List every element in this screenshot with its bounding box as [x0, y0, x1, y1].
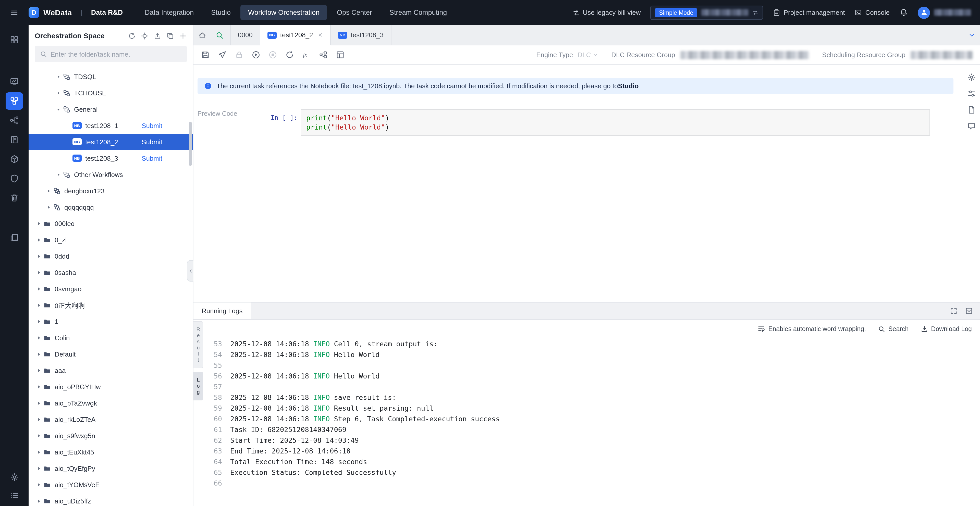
trash-icon[interactable]: [6, 189, 23, 206]
export-icon[interactable]: [154, 32, 161, 40]
notebook-icon[interactable]: [6, 131, 23, 148]
tree-item-1[interactable]: 1: [29, 313, 193, 330]
workflow-icon[interactable]: [6, 92, 23, 109]
caret-right-icon[interactable]: [35, 237, 43, 243]
tree-item-aio-s9fwxg5n[interactable]: aio_s9fwxg5n: [29, 427, 193, 444]
search-input[interactable]: [51, 50, 182, 58]
tab-list-dropdown-icon[interactable]: [963, 25, 980, 45]
user-menu[interactable]: [918, 6, 971, 19]
console-link[interactable]: Console: [855, 9, 890, 16]
home-tab-button[interactable]: [193, 25, 211, 45]
log-search-button[interactable]: Search: [878, 325, 908, 332]
doc-icon[interactable]: [967, 106, 976, 114]
log-vtab-log[interactable]: Log: [193, 372, 203, 400]
studio-link[interactable]: Studio: [618, 82, 639, 90]
caret-right-icon[interactable]: [35, 286, 43, 292]
caret-right-icon[interactable]: [35, 449, 43, 455]
caret-right-icon[interactable]: [35, 498, 43, 504]
close-tab-icon[interactable]: [318, 32, 323, 38]
message-icon[interactable]: [967, 122, 976, 130]
caret-right-icon[interactable]: [54, 90, 62, 96]
tree-item-test1208-2[interactable]: NBtest1208_2Submit: [29, 134, 193, 150]
copy-icon[interactable]: [166, 32, 174, 40]
caret-right-icon[interactable]: [35, 384, 43, 389]
nav-item-workflow-orchestration[interactable]: Workflow Orchestration: [240, 5, 327, 20]
sidebar-scrollbar[interactable]: [189, 122, 192, 166]
nav-item-stream-computing[interactable]: Stream Computing: [382, 5, 455, 20]
nav-item-studio[interactable]: Studio: [204, 5, 239, 20]
fx-icon[interactable]: fx: [300, 48, 313, 62]
dashboard-icon[interactable]: [6, 31, 23, 48]
legacy-bill-link[interactable]: Use legacy bill view: [573, 9, 641, 16]
tree-item-general[interactable]: General: [29, 101, 193, 117]
hamburger-menu-icon[interactable]: [0, 0, 29, 25]
target-icon[interactable]: [141, 32, 148, 40]
engine-type-select[interactable]: DLC: [578, 51, 598, 59]
settings-icon[interactable]: [967, 73, 976, 82]
gear-icon[interactable]: [6, 470, 22, 484]
caret-right-icon[interactable]: [35, 220, 43, 226]
tree-item-aio-ptazvwgk[interactable]: aio_pTaZvwgk: [29, 395, 193, 411]
flow-icon[interactable]: [317, 48, 330, 62]
stop-icon[interactable]: [266, 48, 279, 62]
refresh-icon[interactable]: [283, 48, 296, 62]
tree-item-aio-teuxkt45[interactable]: aio_tEuXkt45: [29, 444, 193, 460]
tree-item-default[interactable]: Default: [29, 346, 193, 362]
tree-item-dengboxu123[interactable]: dengboxu123: [29, 182, 193, 199]
submit-link[interactable]: Submit: [142, 154, 162, 162]
tree-item-aaa[interactable]: aaa: [29, 362, 193, 379]
nav-item-ops-center[interactable]: Ops Center: [329, 5, 380, 20]
tree-item-aio-rkloztea[interactable]: aio_rkLoZTeA: [29, 411, 193, 427]
caret-right-icon[interactable]: [35, 400, 43, 406]
submit-link[interactable]: Submit: [142, 138, 162, 146]
redacted-scheduling-resource-group[interactable]: [911, 51, 973, 59]
caret-right-icon[interactable]: [35, 253, 43, 259]
cube-icon[interactable]: [6, 151, 23, 168]
download-log-button[interactable]: Download Log: [921, 325, 972, 332]
tree-item-tchouse[interactable]: TCHOUSE: [29, 85, 193, 101]
caret-right-icon[interactable]: [45, 188, 52, 194]
save-icon[interactable]: [199, 48, 212, 62]
list-icon[interactable]: [6, 489, 22, 502]
caret-right-icon[interactable]: [35, 351, 43, 357]
running-logs-tab[interactable]: Running Logs: [193, 303, 251, 319]
lock-icon[interactable]: [232, 48, 245, 62]
lineage-icon[interactable]: [6, 112, 23, 129]
caret-right-icon[interactable]: [35, 465, 43, 471]
caret-right-icon[interactable]: [35, 368, 43, 373]
sidebar-collapse-handle[interactable]: [187, 260, 193, 282]
caret-right-icon[interactable]: [35, 319, 43, 324]
tree-item-0ddd[interactable]: 0ddd: [29, 248, 193, 264]
editor-tab-0000[interactable]: 0000: [231, 25, 260, 45]
tree-item-0sasha[interactable]: 0sasha: [29, 264, 193, 281]
word-wrap-toggle[interactable]: Enables automatic word wrapping.: [758, 325, 866, 333]
monitor-icon[interactable]: [6, 73, 23, 90]
send-icon[interactable]: [215, 48, 229, 62]
tab-search-button[interactable]: [211, 25, 228, 45]
tree-item-qqqqqqqq[interactable]: qqqqqqqq: [29, 199, 193, 215]
sliders-icon[interactable]: [967, 89, 976, 98]
refresh-icon[interactable]: [128, 32, 136, 40]
submit-link[interactable]: Submit: [142, 122, 162, 129]
caret-down-icon[interactable]: [54, 106, 62, 112]
shield-icon[interactable]: [6, 170, 23, 187]
tree-item-aio-opbgyihw[interactable]: aio_oPBGYIHw: [29, 379, 193, 395]
caret-right-icon[interactable]: [35, 270, 43, 275]
run-icon[interactable]: [249, 48, 262, 62]
switch-project-icon[interactable]: [752, 10, 759, 16]
folder-search[interactable]: [35, 46, 187, 62]
maximize-panel-icon[interactable]: [950, 307, 958, 315]
tree-item-aio-tyomsvee[interactable]: aio_tYOMsVeE: [29, 476, 193, 493]
tree-item-test1208-3[interactable]: NBtest1208_3Submit: [29, 150, 193, 166]
nav-item-data-integration[interactable]: Data Integration: [137, 5, 201, 20]
tree-item-000leo[interactable]: 000leo: [29, 215, 193, 232]
tree-item-0svmgao[interactable]: 0svmgao: [29, 281, 193, 297]
project-mode-switcher[interactable]: Simple Mode: [650, 5, 763, 20]
redacted-dlc-resource-group[interactable]: [680, 51, 809, 59]
log-vtab-result[interactable]: Result: [193, 321, 203, 368]
caret-right-icon[interactable]: [35, 417, 43, 422]
tree-item-0-zl[interactable]: 0_zl: [29, 232, 193, 248]
docs-icon[interactable]: [6, 229, 23, 246]
caret-right-icon[interactable]: [35, 335, 43, 341]
layout-icon[interactable]: [333, 48, 347, 62]
